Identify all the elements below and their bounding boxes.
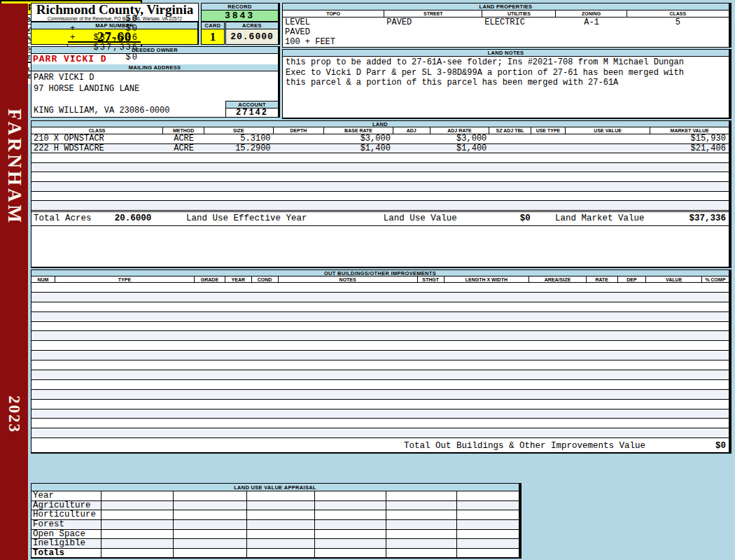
outbuildings-empty-row <box>31 428 729 438</box>
account-box: ACCOUNT 27142 <box>225 101 280 118</box>
appraisal-row-label: Open Space <box>31 530 102 539</box>
land-row: 210 X OPNSTACRACRE5.3100$3,000$3,000$15,… <box>31 134 729 144</box>
land-cell <box>489 134 531 144</box>
appraisal-cell <box>315 510 386 519</box>
outbuildings-empty-row <box>31 341 729 351</box>
land-cell: $1,400 <box>324 144 393 153</box>
outbuildings-empty-row <box>31 400 729 410</box>
land-empty-row <box>31 192 729 202</box>
outbuildings-column-header: STHGT <box>418 276 444 282</box>
land-column-header: ADJ RATE <box>430 127 490 134</box>
outbuildings-empty-row <box>31 351 729 360</box>
land-cell <box>393 134 430 144</box>
land-cell: ACRE <box>163 144 204 153</box>
outbuildings-empty-row <box>31 419 729 428</box>
out-buildings-total-row: Total Out Buildings & Other Improvements… <box>31 438 729 454</box>
land-properties-header-row: TOPOSTREETUTILITIESZONINGCLASS <box>283 10 729 18</box>
appraisal-cell <box>102 530 173 539</box>
land-use-value-label: Land Use Value <box>384 214 486 223</box>
appraisal-cell <box>102 501 173 510</box>
appraisal-row: Open Space <box>31 530 519 540</box>
appraisal-cell <box>174 491 247 500</box>
property-record-card: FARNHAM 2023 Richmond County, Virginia C… <box>0 0 735 560</box>
land-column-header: USE TYPE <box>531 127 566 134</box>
land-properties-cell <box>482 27 556 37</box>
outbuildings-column-header: YEAR <box>225 276 252 282</box>
appraisal-cell <box>386 520 456 529</box>
appraisal-row-label: Horticulture <box>31 510 102 519</box>
appraisal-cell <box>386 549 456 558</box>
land-properties-cell <box>627 37 729 47</box>
land-cell: $3,000 <box>324 134 393 144</box>
appraisal-cell <box>457 491 519 500</box>
land-empty-row <box>31 153 729 163</box>
appraisal-row: Agriculture <box>31 501 519 511</box>
out-buildings-total-label: Total Out Buildings & Other Improvements… <box>404 441 645 451</box>
appraisal-cell <box>247 501 315 510</box>
out-buildings-total-value: $0 <box>715 441 729 451</box>
land-notes-text: this prop to be added to 27-61A-see fold… <box>283 57 729 88</box>
district-label: FARNHAM <box>4 108 25 225</box>
appraisal-cell <box>315 530 386 539</box>
land-header-row: CLASSMETHODSIZEDEPTHBASE RATEADJADJ RATE… <box>31 127 729 134</box>
appraisal-row-label: Forest <box>31 520 102 529</box>
land-properties-cell: PAVED <box>283 27 384 37</box>
appraisal-cell <box>174 501 247 510</box>
appraisal-cell <box>174 530 247 539</box>
appraisal-cell <box>174 510 247 519</box>
outbuildings-column-header: AREA/SIZE <box>529 276 587 282</box>
land-cell: 5.3100 <box>204 134 274 144</box>
outbuildings-column-header: NUM <box>31 276 55 282</box>
outbuildings-empty-row <box>31 322 729 332</box>
land-cell: $3,000 <box>430 134 490 144</box>
land-cell: 222 H WDSTACRE <box>31 144 163 153</box>
land-column-header: ADJ <box>393 127 430 134</box>
parcel-summary-row-value: +$0 <box>68 24 141 34</box>
land-cell <box>566 144 651 153</box>
appraisal-row: Horticulture <box>31 510 519 520</box>
land-notes-line: this prop to be added to 27-61A-see fold… <box>286 57 729 68</box>
out-buildings-header-row: NUMTYPEGRADEYEARCONDNOTESSTHGTLENGTH X W… <box>31 276 729 283</box>
tax-year-label: 2023 <box>5 396 23 433</box>
appraisal-cell <box>315 491 386 500</box>
appraisal-cell <box>457 501 519 510</box>
land-use-effective-year-label: Land Use Effective Year <box>186 214 384 223</box>
land-table-title: LAND <box>31 121 729 127</box>
land-properties-title: LAND PROPERTIES <box>283 4 729 10</box>
appraisal-cell <box>174 539 247 548</box>
land-properties-cell: PAVED <box>384 18 482 27</box>
appraisal-row-label: Agriculture <box>31 501 102 510</box>
operator-sign: + <box>70 33 75 43</box>
appraisal-cell <box>457 510 519 519</box>
land-properties-cell: LEVEL <box>283 18 384 27</box>
appraisal-cell <box>102 510 173 519</box>
land-rows: 210 X OPNSTACRACRE5.3100$3,000$3,000$15,… <box>31 134 729 211</box>
outbuildings-column-header: GRADE <box>195 276 225 282</box>
land-properties-cell <box>384 27 482 37</box>
land-market-value: $37,336 <box>690 214 729 223</box>
appraisal-cell <box>457 549 519 558</box>
land-properties-row: PAVED <box>283 27 729 37</box>
land-cell <box>531 134 566 144</box>
land-properties-column-header: STREET <box>384 10 482 17</box>
land-cell: 15.2900 <box>204 144 274 153</box>
appraisal-cell <box>315 539 386 548</box>
land-properties-values: LEVELPAVEDELECTRICA-15PAVED100 + FEET <box>283 18 729 47</box>
parcel-summary-row-value: $37,336 <box>68 43 141 52</box>
land-column-header: SIZE <box>204 127 274 134</box>
land-cell <box>489 144 531 153</box>
appraisal-cell <box>174 520 247 529</box>
outbuildings-column-header: DEP <box>618 276 647 282</box>
outbuildings-empty-row <box>31 312 729 322</box>
card-box: CARD 1 <box>201 22 225 45</box>
address-line: 97 HORSE LANDING LANE <box>34 84 278 95</box>
land-properties-cell <box>556 37 626 47</box>
land-table: LAND CLASSMETHODSIZEDEPTHBASE RATEADJADJ… <box>31 120 732 268</box>
outbuildings-empty-row <box>31 331 729 341</box>
appraisal-cell <box>386 491 456 500</box>
appraisal-row-label: Totals <box>31 549 102 558</box>
out-buildings-table: OUT BUILDINGS/OTHER IMPROVEMENTS NUMTYPE… <box>31 270 732 454</box>
out-buildings-title: OUT BUILDINGS/OTHER IMPROVEMENTS <box>31 270 729 276</box>
amount: $0 <box>68 14 141 24</box>
land-market-value-label: Land Market Value <box>555 214 689 223</box>
